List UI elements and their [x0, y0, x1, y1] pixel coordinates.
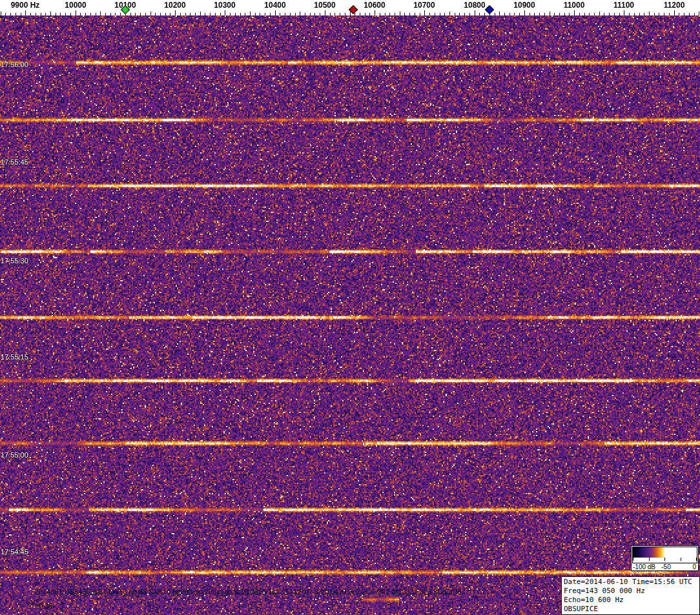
db-scale-mid-label: -50: [661, 563, 670, 570]
time-axis-label-2: 17:55:30: [1, 257, 28, 265]
freq-axis-label-11200: 11200: [664, 1, 685, 10]
freq-axis-label-10200: 10200: [164, 1, 185, 10]
meteor-spectrogram-window: 9900 Hz100001010010200103001040010500106…: [0, 0, 700, 615]
frequency-axis: 9900 Hz100001010010200103001040010500106…: [0, 0, 700, 15]
observation-info-box: Date=2014-06-10 Time=15:56 UTC Freq=143 …: [561, 576, 700, 615]
info-echo-frequency: Echo=10 600 Hz: [564, 596, 697, 605]
db-color-scale: -100 dB -50 0: [631, 545, 699, 571]
waterfall-area: 17:56:0017:55:4517:55:3017:55:1517:55:00…: [0, 15, 700, 615]
time-axis-label-3: 17:55:15: [1, 353, 28, 361]
freq-axis-label-10500: 10500: [314, 1, 335, 10]
time-axis-label-4: 17:55:00: [1, 451, 28, 459]
detection-info-text: 20140610155436368 hCnt13 nb-88 f10610 hi…: [35, 588, 462, 596]
freq-axis-label-11000: 11000: [564, 1, 585, 10]
time-axis-label-0: 17:56:00: [1, 61, 28, 68]
freq-axis-label-11100: 11100: [613, 1, 634, 10]
freq-axis-label-10600: 10600: [364, 1, 385, 10]
db-scale-min-label: -100 dB: [633, 563, 655, 570]
db-scale-max-label: 0: [692, 563, 696, 570]
time-axis-label-1: 17:55:45: [1, 158, 28, 166]
info-station-name: OBSUPICE: [564, 605, 697, 614]
freq-axis-label-10900: 10900: [513, 1, 535, 10]
freq-axis-label-10000: 10000: [65, 1, 86, 10]
freq-axis-label-10400: 10400: [264, 1, 285, 10]
spectrogram-canvas[interactable]: [0, 15, 700, 615]
db-scale-labels: -100 dB -50 0: [633, 563, 697, 570]
freq-axis-label-10700: 10700: [413, 1, 435, 10]
cursor-position-text: ^t+36: [35, 602, 52, 610]
time-axis-label-5: 17:54:45: [1, 548, 28, 556]
freq-axis-label-9900: 9900 Hz: [11, 1, 40, 10]
info-date-time: Date=2014-06-10 Time=15:56 UTC: [564, 578, 697, 587]
db-gradient-bar: [632, 547, 697, 563]
info-frequency: Freq=143 050 000 Hz: [564, 587, 697, 596]
freq-axis-label-10300: 10300: [214, 1, 235, 10]
freq-axis-label-10800: 10800: [464, 1, 485, 10]
